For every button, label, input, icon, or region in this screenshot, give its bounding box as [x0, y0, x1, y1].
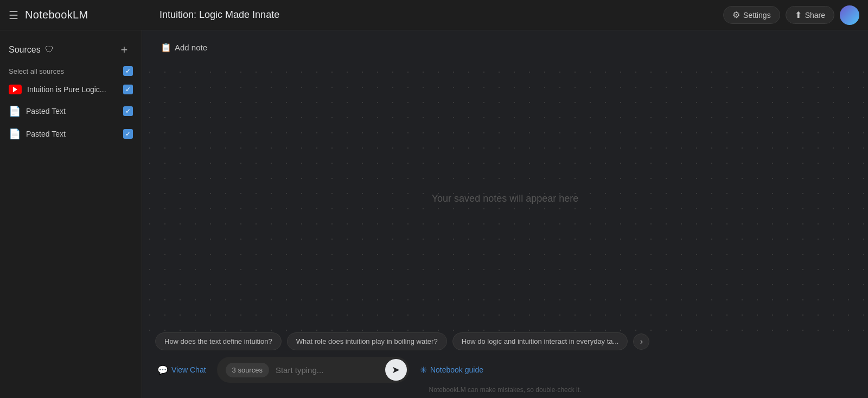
notebook-guide-button[interactable]: ✳ Notebook guide [418, 361, 486, 380]
disclaimer: NotebookLM can make mistakes, so double-… [155, 386, 855, 394]
source-checkbox-1[interactable]: ✓ [123, 85, 133, 94]
document-icon-2: 📄 [9, 128, 21, 140]
source-item-youtube[interactable]: Intuition is Pure Logic... ✓ [0, 79, 142, 100]
share-label: Share [805, 11, 825, 20]
notebook-title: Intuition: Logic Made Innate [159, 9, 279, 20]
youtube-icon [9, 85, 22, 94]
sources-badge[interactable]: 3 sources [226, 363, 269, 377]
settings-label: Settings [743, 11, 771, 20]
shield-icon: 🛡 [45, 45, 54, 55]
suggestion-chip-2[interactable]: What role does intuition play in boiling… [287, 332, 447, 350]
menu-icon[interactable]: ☰ [9, 9, 18, 22]
topbar: ☰ NotebookLM Intuition: Logic Made Innat… [0, 0, 868, 30]
topbar-center: Intuition: Logic Made Innate [151, 9, 723, 21]
suggestion-chip-3[interactable]: How do logic and intuition interact in e… [452, 332, 628, 350]
sparkle-icon: ✳ [420, 365, 427, 375]
select-all-label: Select all sources [9, 67, 64, 75]
content-toolbar: 📋 Add note [142, 30, 868, 65]
source-name-3: Pasted Text [26, 130, 118, 138]
content-area: 📋 Add note Your saved notes will appear … [142, 30, 868, 398]
select-all-row[interactable]: Select all sources ✓ [0, 63, 142, 79]
avatar[interactable] [840, 5, 859, 25]
send-icon: ➤ [392, 364, 400, 376]
notebook-guide-label: Notebook guide [430, 365, 483, 374]
source-item-doc-1[interactable]: 📄 Pasted Text ✓ [0, 100, 142, 123]
chat-area: How does the text define intuition? What… [142, 332, 868, 398]
source-name-2: Pasted Text [26, 107, 118, 115]
gear-icon: ⚙ [732, 10, 740, 20]
notes-area: Your saved notes will appear here [142, 65, 868, 332]
settings-button[interactable]: ⚙ Settings [723, 6, 780, 24]
sources-label-group: Sources 🛡 [9, 45, 54, 55]
source-checkbox-2[interactable]: ✓ [123, 106, 133, 116]
suggested-questions: How does the text define intuition? What… [155, 332, 855, 350]
main-layout: Sources 🛡 + Select all sources ✓ Intuiti… [0, 30, 868, 398]
sources-header: Sources 🛡 + [0, 37, 142, 63]
share-button[interactable]: ⬆ Share [786, 6, 834, 24]
chat-input[interactable] [276, 365, 379, 375]
chat-input-row: 3 sources ➤ [217, 357, 409, 383]
share-icon: ⬆ [795, 10, 802, 20]
sources-label: Sources [9, 45, 41, 55]
source-name-1: Intuition is Pure Logic... [27, 85, 118, 94]
app-title: NotebookLM [25, 9, 88, 21]
suggestion-chip-1[interactable]: How does the text define intuition? [155, 332, 282, 350]
view-chat-button[interactable]: 💬 View Chat [155, 361, 208, 380]
add-note-label: Add note [175, 43, 207, 52]
chat-input-wrapper: 💬 View Chat 3 sources ➤ ✳ Notebook guide [155, 357, 855, 383]
more-suggestions-button[interactable]: › [633, 333, 649, 350]
view-chat-label: View Chat [171, 365, 206, 374]
topbar-right: ⚙ Settings ⬆ Share [723, 5, 859, 25]
document-icon-1: 📄 [9, 105, 21, 117]
chat-bubble-icon: 💬 [157, 365, 168, 375]
sidebar: Sources 🛡 + Select all sources ✓ Intuiti… [0, 30, 142, 398]
add-source-button[interactable]: + [116, 41, 133, 59]
select-all-checkbox[interactable]: ✓ [123, 66, 133, 76]
send-button[interactable]: ➤ [385, 359, 407, 381]
add-note-icon: 📋 [161, 42, 171, 53]
topbar-left: ☰ NotebookLM [9, 9, 151, 22]
add-note-button[interactable]: 📋 Add note [155, 39, 213, 56]
source-item-doc-2[interactable]: 📄 Pasted Text ✓ [0, 123, 142, 145]
source-checkbox-3[interactable]: ✓ [123, 129, 133, 139]
empty-notes-text: Your saved notes will appear here [432, 193, 579, 204]
